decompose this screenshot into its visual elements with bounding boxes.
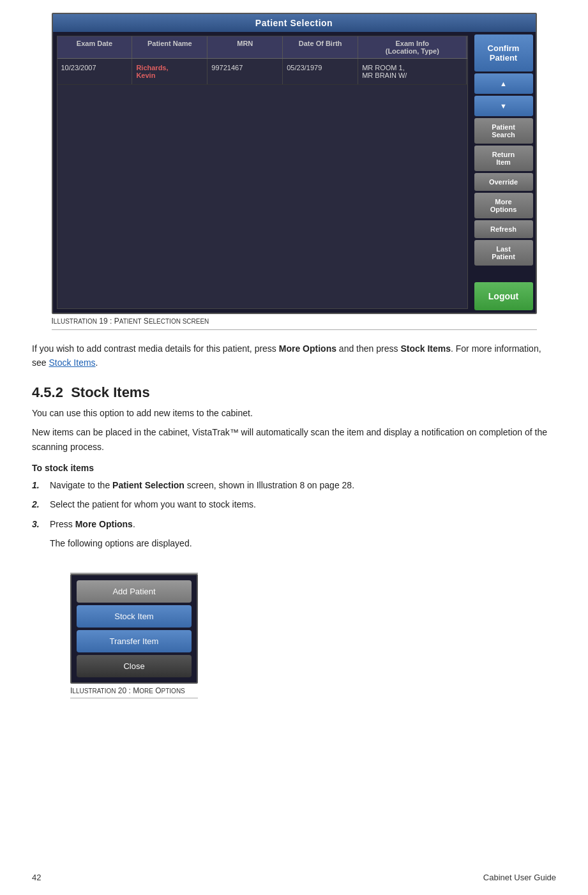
caption-illustration-20: ILLUSTRATION 20 : MORE OPTIONS xyxy=(70,686,198,698)
override-btn[interactable]: Override xyxy=(474,173,533,191)
link-stock-items[interactable]: Stock Items xyxy=(49,357,95,368)
header-dob: Date Of Birth xyxy=(283,36,358,58)
caption-text-20: ILLUSTRATION 20 : MORE OPTIONS xyxy=(70,686,185,695)
step-num-3: 3. xyxy=(32,517,50,531)
bold-more-options: More Options xyxy=(279,343,336,354)
more-options-container: Add Patient Stock Item Transfer Item Clo… xyxy=(70,564,556,698)
step-num-2: 2. xyxy=(32,497,50,511)
screenshot-body: Exam Date Patient Name MRN Date Of Birth… xyxy=(53,32,536,313)
step-content-3: Press More Options. xyxy=(50,517,556,531)
logout-btn[interactable]: Logout xyxy=(474,282,533,310)
steps-list: 1. Navigate to the Patient Selection scr… xyxy=(32,478,556,531)
more-options-btn-sidebar[interactable]: MoreOptions xyxy=(474,193,533,218)
arrow-up-btn[interactable]: ▲ xyxy=(474,73,533,94)
cell-exam-info: MR ROOM 1,MR BRAIN W/ xyxy=(358,59,467,84)
screenshot-sidebar: ConfirmPatient ▲ ▼ PatientSearch ReturnI… xyxy=(472,32,536,313)
table-data-row: 10/23/2007 Richards,Kevin 99721467 05/23… xyxy=(57,59,467,85)
list-item-3: 3. Press More Options. xyxy=(32,517,556,531)
procedure-heading: To stock items xyxy=(32,463,556,473)
header-patient-name: Patient Name xyxy=(132,36,207,58)
bold-patient-selection: Patient Selection xyxy=(112,480,185,490)
close-btn[interactable]: Close xyxy=(77,655,192,677)
table-header-row: Exam Date Patient Name MRN Date Of Birth… xyxy=(57,36,467,59)
refresh-btn[interactable]: Refresh xyxy=(474,220,533,238)
para-1: You can use this option to add new items… xyxy=(32,406,556,420)
more-options-screenshot: Add Patient Stock Item Transfer Item Clo… xyxy=(70,574,198,684)
section-number: 4.5.2 xyxy=(32,384,63,400)
cell-patient-name: Richards,Kevin xyxy=(132,59,207,84)
section-heading-452: 4.5.2 Stock Items xyxy=(32,384,556,401)
list-item-2: 2. Select the patient for whom you want … xyxy=(32,497,556,511)
caption-text-19: ILLUSTRATION 19 : PATIENT SELECTION SCRE… xyxy=(52,317,209,326)
patient-selection-screenshot: Patient Selection Exam Date Patient Name… xyxy=(52,13,537,314)
page-number: 42 xyxy=(32,873,41,882)
cell-dob: 05/23/1979 xyxy=(283,59,358,84)
following-text: The following options are displayed. xyxy=(50,536,556,550)
last-patient-btn[interactable]: LastPatient xyxy=(474,240,533,266)
transfer-item-btn[interactable]: Transfer Item xyxy=(77,630,192,652)
cell-mrn: 99721467 xyxy=(207,59,283,84)
page-container: Patient Selection Exam Date Patient Name… xyxy=(0,0,588,895)
add-patient-btn[interactable]: Add Patient xyxy=(77,580,192,603)
section-title: Stock Items xyxy=(71,384,150,400)
header-exam-info: Exam Info(Location, Type) xyxy=(358,36,467,58)
step-content-2: Select the patient for whom you want to … xyxy=(50,497,556,511)
page-footer: 42 Cabinet User Guide xyxy=(32,873,556,882)
document-title: Cabinet User Guide xyxy=(483,873,556,882)
caption-illustration-19: ILLUSTRATION 19 : PATIENT SELECTION SCRE… xyxy=(52,317,537,330)
header-exam-date: Exam Date xyxy=(57,36,133,58)
list-item-1: 1. Navigate to the Patient Selection scr… xyxy=(32,478,556,492)
step-content-1: Navigate to the Patient Selection screen… xyxy=(50,478,556,492)
stock-item-btn[interactable]: Stock Item xyxy=(77,605,192,628)
patient-search-btn[interactable]: PatientSearch xyxy=(474,118,533,144)
arrow-down-btn[interactable]: ▼ xyxy=(474,96,533,116)
patient-table-area: Exam Date Patient Name MRN Date Of Birth… xyxy=(57,36,468,309)
screenshot-title: Patient Selection xyxy=(53,14,536,32)
confirm-patient-btn[interactable]: ConfirmPatient xyxy=(474,34,533,71)
bold-more-options-step: More Options xyxy=(75,519,133,529)
return-item-btn[interactable]: ReturnItem xyxy=(474,146,533,171)
bold-stock-items: Stock Items xyxy=(400,343,451,354)
para-2: New items can be placed in the cabinet, … xyxy=(32,425,556,454)
cell-exam-date: 10/23/2007 xyxy=(57,59,133,84)
step-num-1: 1. xyxy=(32,478,50,492)
header-mrn: MRN xyxy=(207,36,283,58)
body-paragraph-more-options: If you wish to add contrast media detail… xyxy=(32,342,556,370)
